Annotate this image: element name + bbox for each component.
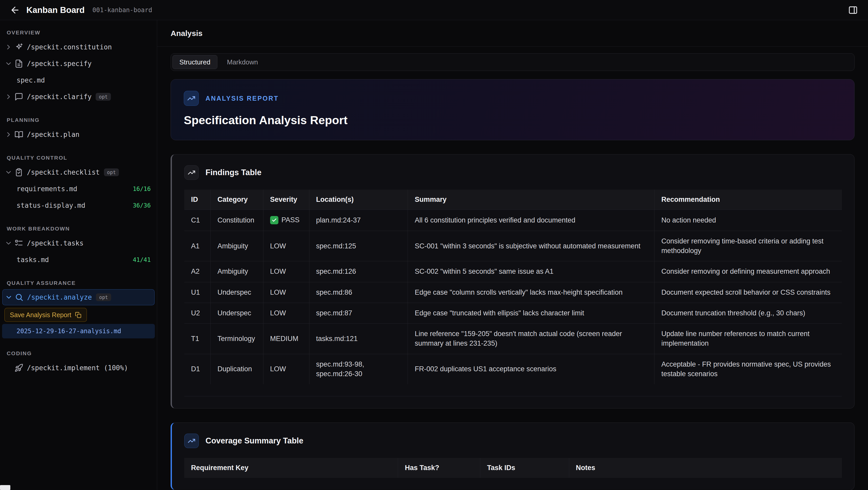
cell-location: spec.md:126 <box>309 261 408 282</box>
col-location: Location(s) <box>309 190 408 210</box>
file-icon <box>14 59 23 68</box>
cell-location: spec.md:87 <box>309 303 408 323</box>
chevron-spacer <box>5 364 12 372</box>
sidebar-section-quality-control: QUALITY CONTROL /speckit.checklist opt r… <box>0 155 157 214</box>
opt-badge: opt <box>104 168 119 176</box>
col-recommendation: Recommendation <box>654 190 842 210</box>
cell-id: D1 <box>184 354 211 384</box>
sidebar-file-spec-md[interactable]: spec.md <box>0 72 157 88</box>
sidebar-item-plan[interactable]: /speckit.plan <box>0 126 157 143</box>
sidebar-item-constitution[interactable]: /speckit.constitution <box>0 39 157 55</box>
section-label: PLANNING <box>0 117 157 123</box>
cell-location: spec.md:125 <box>309 231 408 261</box>
feature-branch-label: 001-kanban-board <box>93 6 152 14</box>
severity-label: PASS <box>281 215 300 225</box>
task-list-icon <box>14 239 23 248</box>
table-row: D1 Duplication LOW spec.md:93-98, spec.m… <box>184 354 842 384</box>
check-count: 41/41 <box>133 256 151 263</box>
cell-id: C1 <box>184 210 211 231</box>
section-label: QUALITY ASSURANCE <box>0 280 157 286</box>
findings-table: ID Category Severity Location(s) Summary… <box>184 190 842 384</box>
cell-category: Underspec <box>211 303 264 323</box>
sidebar-section-overview: OVERVIEW /speckit.constitution /speckit.… <box>0 29 157 105</box>
col-severity: Severity <box>263 190 309 210</box>
cell-category: Terminology <box>211 324 264 354</box>
cell-category: Underspec <box>211 282 264 303</box>
table-row: U2 Underspec LOW spec.md:87 Edge case "t… <box>184 303 842 323</box>
sidebar-file-requirements-md[interactable]: requirements.md 16/16 <box>0 180 157 197</box>
section-label: OVERVIEW <box>0 29 157 36</box>
sidebar-section-planning: PLANNING /speckit.plan <box>0 117 157 143</box>
back-button[interactable] <box>8 3 22 17</box>
tab-structured[interactable]: Structured <box>173 55 217 69</box>
section-label: QUALITY CONTROL <box>0 155 157 161</box>
top-bar: Kanban Board 001-kanban-board <box>0 0 868 20</box>
chevron-down-icon <box>5 293 13 301</box>
cell-category: Ambiguity <box>211 231 264 261</box>
cell-severity: PASS <box>263 210 309 231</box>
cell-location: spec.md:93-98, spec.md:26-30 <box>309 354 408 384</box>
sidebar-file-analysis-md[interactable]: 2025-12-29-16-27-analysis.md <box>2 324 155 338</box>
chevron-down-icon <box>5 60 12 67</box>
chevron-down-icon <box>5 168 12 176</box>
app-body: OVERVIEW /speckit.constitution /speckit.… <box>0 20 868 490</box>
cell-severity: MEDIUM <box>263 324 309 354</box>
save-report-row: Save Analysis Report <box>4 308 157 322</box>
cell-severity: LOW <box>263 261 309 282</box>
col-summary: Summary <box>408 190 654 210</box>
opt-badge: opt <box>96 93 111 100</box>
chevron-right-icon <box>5 93 12 100</box>
col-task-ids: Task IDs <box>480 458 569 478</box>
sidebar-item-implement[interactable]: /speckit.implement (100%) <box>0 359 157 376</box>
sidebar-item-clarify[interactable]: /speckit.clarify opt <box>0 88 157 105</box>
coverage-table: Requirement Key Has Task? Task IDs Notes <box>184 458 842 478</box>
sidebar-item-label: /speckit.specify <box>27 60 92 67</box>
cell-summary: SC-001 "within 3 seconds" is subjective … <box>408 231 654 261</box>
green-check-icon <box>270 216 278 224</box>
book-icon <box>14 130 23 139</box>
view-mode-tabs: Structured Markdown <box>170 53 855 71</box>
col-id: ID <box>184 190 211 210</box>
cell-summary: Line reference "159-205" doesn't match a… <box>408 324 654 354</box>
cell-recommendation: Consider removing time-based criteria or… <box>654 231 842 261</box>
cell-id: A1 <box>184 231 211 261</box>
sidebar-item-label: /speckit.analyze <box>27 293 92 301</box>
col-category: Category <box>211 190 264 210</box>
cell-recommendation: No action needed <box>654 210 842 231</box>
trending-up-icon <box>184 434 199 448</box>
tab-markdown[interactable]: Markdown <box>220 55 265 69</box>
cell-category: Ambiguity <box>211 261 264 282</box>
findings-card: Findings Table ID Category Severity <box>170 154 855 408</box>
file-name: 2025-12-29-16-27-analysis.md <box>17 327 121 335</box>
panel-toggle-button[interactable] <box>846 3 860 17</box>
sidebar-file-tasks-md[interactable]: tasks.md 41/41 <box>0 252 157 268</box>
copy-icon <box>75 312 82 318</box>
cell-severity: LOW <box>263 303 309 323</box>
rocket-icon <box>14 364 23 372</box>
cell-location: plan.md:24-37 <box>309 210 408 231</box>
trending-up-icon <box>184 165 199 180</box>
check-count: 16/16 <box>133 185 151 192</box>
table-row: T1 Terminology MEDIUM tasks.md:121 Line … <box>184 324 842 354</box>
sidebar-item-label: /speckit.checklist <box>27 168 100 176</box>
sidebar: OVERVIEW /speckit.constitution /speckit.… <box>0 20 157 490</box>
sidebar-item-checklist[interactable]: /speckit.checklist opt <box>0 164 157 180</box>
cell-category: Constitution <box>211 210 264 231</box>
save-analysis-report-button[interactable]: Save Analysis Report <box>4 308 87 322</box>
sidebar-file-status-display-md[interactable]: status-display.md 36/36 <box>0 197 157 214</box>
scrollbar-thumb[interactable] <box>0 485 10 490</box>
sidebar-item-specify[interactable]: /speckit.specify <box>0 55 157 72</box>
sidebar-item-label: /speckit.constitution <box>27 43 112 51</box>
check-count: 36/36 <box>133 202 151 209</box>
cell-recommendation: Document expected scroll behavior or CSS… <box>654 282 842 303</box>
sidebar-item-analyze[interactable]: /speckit.analyze opt <box>2 289 155 305</box>
panel-right-icon <box>848 5 858 15</box>
sidebar-item-tasks[interactable]: /speckit.tasks <box>0 235 157 252</box>
findings-title: Findings Table <box>206 168 261 177</box>
cell-recommendation: Document truncation threshold (e.g., 30 … <box>654 303 842 323</box>
coverage-card: Coverage Summary Table Requirement Key H… <box>170 423 855 490</box>
app-title: Kanban Board <box>26 5 85 15</box>
table-header-row: Requirement Key Has Task? Task IDs Notes <box>184 458 842 478</box>
cell-id: T1 <box>184 324 211 354</box>
sidebar-section-coding: CODING /speckit.implement (100%) <box>0 350 157 376</box>
